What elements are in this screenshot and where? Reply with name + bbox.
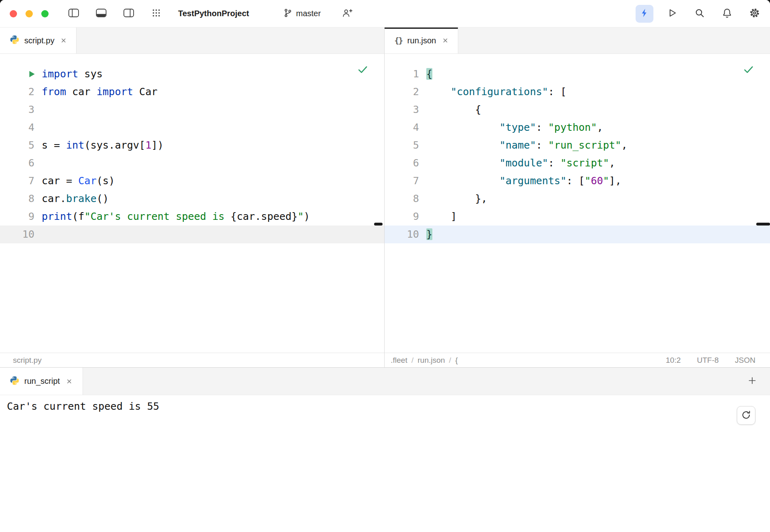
right-panel-icon	[123, 8, 134, 19]
code-line[interactable]: 9 ]	[385, 208, 770, 226]
code-line[interactable]: 8car.brake()	[0, 190, 384, 208]
code-line[interactable]: 4 "type": "python",	[385, 119, 770, 136]
run-line-icon[interactable]	[0, 65, 42, 83]
line-number[interactable]: 2	[385, 83, 426, 101]
breadcrumb-folder[interactable]: .fleet	[391, 356, 407, 365]
line-number[interactable]: 3	[0, 101, 42, 119]
line-number[interactable]: 7	[0, 172, 42, 190]
run-json-editor[interactable]: 1{2 "configurations": [3 {4 "type": "pyt…	[385, 54, 770, 353]
line-number[interactable]: 3	[385, 101, 426, 119]
code-line[interactable]: 2from car import Car	[0, 83, 384, 101]
code-line[interactable]: 9print(f"Car's current speed is {car.spe…	[0, 208, 384, 226]
encoding-widget[interactable]: UTF-8	[697, 356, 719, 365]
line-number[interactable]: 9	[385, 208, 426, 226]
workspaces-button[interactable]	[147, 5, 165, 23]
code-token: car	[66, 86, 96, 98]
code-token: {car.speed}	[231, 211, 298, 222]
run-button[interactable]	[663, 5, 681, 23]
tab-script-py[interactable]: script.py	[0, 28, 77, 53]
code-line[interactable]: 1{	[385, 65, 770, 83]
code-line[interactable]: 5s = int(sys.argv[1])	[0, 136, 384, 154]
language-widget[interactable]: JSON	[735, 356, 755, 365]
code-token: {	[426, 104, 481, 115]
tab-label: script.py	[24, 36, 54, 45]
code-line[interactable]: import sys	[0, 65, 384, 83]
line-number[interactable]: 4	[385, 119, 426, 136]
code-token: {	[426, 68, 432, 80]
code-line[interactable]: 4	[0, 119, 384, 136]
toggle-bottom-panel-button[interactable]	[92, 5, 110, 23]
close-tab-button[interactable]	[65, 377, 74, 386]
zoom-window-button[interactable]	[41, 10, 49, 17]
notifications-button[interactable]	[718, 5, 736, 23]
breadcrumb-file[interactable]: run.json	[417, 356, 445, 365]
code-line[interactable]: 7 "arguments": ["60"],	[385, 172, 770, 190]
line-number[interactable]: 5	[385, 136, 426, 154]
code-text: car = Car(s)	[42, 172, 384, 190]
code-line[interactable]: 6	[0, 154, 384, 172]
code-line[interactable]: 3	[0, 101, 384, 119]
script-code: import sys2from car import Car345s = int…	[0, 54, 384, 243]
code-line[interactable]: 2 "configurations": [	[385, 83, 770, 101]
rerun-button[interactable]	[737, 406, 755, 425]
code-text: "arguments": ["60"],	[426, 172, 770, 190]
code-token: "	[585, 175, 591, 187]
line-number[interactable]: 5	[0, 136, 42, 154]
caret-position-widget[interactable]: 10:2	[666, 356, 681, 365]
code-line[interactable]: 8 },	[385, 190, 770, 208]
refresh-icon	[741, 410, 751, 421]
right-statusbar: .fleet / run.json / { 10:2 UTF-8 JSON	[385, 353, 770, 367]
breadcrumb-node[interactable]: {	[455, 356, 457, 365]
line-number[interactable]: 4	[0, 119, 42, 136]
line-number[interactable]: 6	[0, 154, 42, 172]
code-text: ]	[426, 208, 770, 226]
invite-collaborator-button[interactable]	[338, 5, 356, 23]
toggle-left-panel-button[interactable]	[65, 5, 83, 23]
code-token: "name"	[500, 139, 536, 151]
line-number[interactable]: 9	[0, 208, 42, 226]
close-window-button[interactable]	[10, 10, 17, 17]
line-number[interactable]: 8	[0, 190, 42, 208]
close-tab-button[interactable]	[59, 36, 68, 45]
run-configurations-button[interactable]	[636, 5, 653, 23]
window-controls	[0, 10, 49, 17]
project-title[interactable]: TestPythonProject	[178, 9, 249, 18]
code-text: }	[426, 226, 770, 243]
line-number[interactable]: 8	[385, 190, 426, 208]
run-output-panel: run_script Car's current speed is 55	[0, 367, 770, 532]
code-line[interactable]: 6 "module": "script",	[385, 154, 770, 172]
close-tab-button[interactable]	[441, 36, 450, 45]
code-line[interactable]: 3 {	[385, 101, 770, 119]
code-text: "module": "script",	[426, 154, 770, 172]
code-token: sys	[78, 68, 102, 80]
line-number[interactable]: 10	[385, 226, 426, 243]
line-number[interactable]: 2	[0, 83, 42, 101]
new-terminal-tab-button[interactable]	[743, 372, 761, 390]
code-line[interactable]: 10	[0, 226, 384, 243]
code-token: : [	[548, 86, 566, 98]
line-number[interactable]: 1	[385, 65, 426, 83]
scrollbar-thumb[interactable]	[756, 223, 770, 226]
lightning-icon	[640, 8, 649, 19]
script-editor[interactable]: import sys2from car import Car345s = int…	[0, 54, 384, 353]
settings-button[interactable]	[746, 5, 764, 23]
minimize-window-button[interactable]	[26, 10, 33, 17]
search-button[interactable]	[691, 5, 708, 23]
run-output-area[interactable]: Car's current speed is 55	[0, 395, 770, 532]
git-branch-widget[interactable]: master	[283, 8, 321, 19]
code-line[interactable]: 5 "name": "run_script",	[385, 136, 770, 154]
left-panel-icon	[68, 8, 79, 19]
no-problems-check-icon	[357, 64, 369, 77]
tab-run-script[interactable]: run_script	[0, 368, 83, 395]
toggle-right-panel-button[interactable]	[120, 5, 138, 23]
line-number[interactable]: 6	[385, 154, 426, 172]
plus-icon	[748, 376, 757, 386]
grid-icon	[151, 8, 161, 19]
scrollbar-thumb[interactable]	[374, 223, 383, 226]
line-number[interactable]: 10	[0, 226, 42, 243]
tab-run-json[interactable]: {} run.json	[385, 28, 458, 53]
line-number[interactable]: 7	[385, 172, 426, 190]
code-token: :	[536, 139, 548, 151]
code-line[interactable]: 7car = Car(s)	[0, 172, 384, 190]
code-line[interactable]: 10}	[385, 226, 770, 243]
